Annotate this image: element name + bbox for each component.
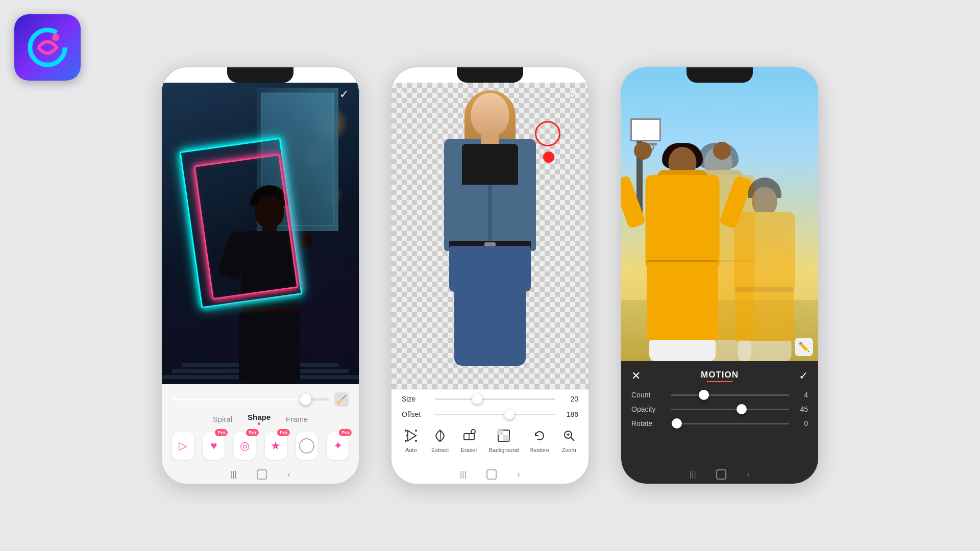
offset-thumb[interactable] <box>504 409 514 419</box>
we-shorts <box>449 246 531 292</box>
triangle-icon: ▷ <box>179 439 187 453</box>
yw-hoodie <box>646 175 720 267</box>
tab-shape[interactable]: Shape <box>248 413 271 425</box>
phone-2: ‹ ✓ Size <box>390 66 590 485</box>
size-slider-row[interactable]: Size 20 <box>391 390 589 405</box>
shape-triangle[interactable]: ▷ <box>172 432 194 460</box>
shape-circle-ring[interactable]: Pro ◎ <box>234 432 256 460</box>
eraser-circle-outline <box>535 121 560 146</box>
we-legs <box>454 289 526 366</box>
restore-label: Restore <box>529 447 549 453</box>
size-label: Size <box>402 395 430 403</box>
opacity-label: Opacity <box>631 405 665 413</box>
sparkle-icon: ✦ <box>333 439 342 453</box>
svg-line-15 <box>571 437 574 441</box>
rotate-slider-row[interactable]: Rotate 0 <box>621 416 818 431</box>
rotate-value: 0 <box>795 419 808 428</box>
size-slider[interactable] <box>435 398 555 400</box>
home-icon-2 <box>487 469 497 480</box>
phone2-check-button[interactable]: ✓ <box>569 88 578 101</box>
menu-icon: ||| <box>230 470 236 479</box>
motion-check-button[interactable]: ✓ <box>799 369 808 383</box>
shape-star[interactable]: Pro ★ <box>265 432 287 460</box>
background-icon <box>495 427 513 445</box>
tool-auto[interactable]: Auto <box>402 427 420 453</box>
phone2-notch <box>457 67 523 83</box>
phone2-home-bar: ||| ‹ <box>460 469 520 480</box>
yw-hand-left <box>634 142 652 160</box>
count-thumb[interactable] <box>699 390 709 400</box>
tool-eraser[interactable]: Eraser <box>460 427 478 453</box>
background-label: Background <box>489 447 519 453</box>
shape-circle-outline[interactable] <box>296 432 318 460</box>
tool-extract[interactable]: Extract <box>431 427 449 453</box>
tab-spiral[interactable]: Spiral <box>213 415 232 423</box>
tools-row: Auto Extract <box>391 420 589 456</box>
phone1-notch <box>227 67 293 83</box>
opacity-slider[interactable] <box>671 409 789 410</box>
motion-close-button[interactable]: ✕ <box>631 369 641 383</box>
opacity-slider-row[interactable]: Opacity 45 <box>621 402 818 416</box>
yw-pants <box>647 262 718 343</box>
auto-icon <box>402 427 420 445</box>
rotate-label: Rotate <box>631 419 665 428</box>
phone3-notch <box>687 67 753 83</box>
offset-slider[interactable] <box>435 414 555 415</box>
tab-frame[interactable]: Frame <box>286 415 308 423</box>
motion-underline <box>707 381 732 382</box>
yw-hand-right <box>713 142 731 160</box>
home-icon <box>257 469 267 480</box>
heart-icon: ♥ <box>210 439 217 453</box>
count-value: 4 <box>795 391 808 399</box>
svg-point-1 <box>52 34 59 41</box>
phone2-controls: Size 20 Offset 186 <box>391 389 589 484</box>
phone1-controls: 🧹 Spiral Shape Frame ▷ <box>162 384 359 484</box>
phone2-back-button[interactable]: ‹ <box>401 87 404 100</box>
circle-icon <box>299 438 314 454</box>
tool-restore[interactable]: Restore <box>529 427 549 453</box>
count-label: Count <box>631 391 665 399</box>
phone1-home-bar: ||| ‹ <box>230 469 290 480</box>
rotate-thumb[interactable] <box>672 418 682 429</box>
tool-background[interactable]: Background <box>489 427 519 453</box>
auto-label: Auto <box>405 447 417 453</box>
svg-point-7 <box>415 440 417 442</box>
offset-slider-row[interactable]: Offset 186 <box>391 405 589 420</box>
extract-icon <box>431 427 449 445</box>
yw-boots <box>649 340 716 361</box>
zoom-icon <box>560 427 578 445</box>
phone1-slider-row[interactable]: 🧹 <box>162 384 359 411</box>
phone1-check-button[interactable]: ✓ <box>339 88 349 101</box>
menu-icon-2: ||| <box>460 470 466 479</box>
restore-icon <box>530 427 549 445</box>
phone3-image: ✏️ <box>621 67 818 361</box>
motion-title: MOTION <box>701 370 739 380</box>
tool-zoom[interactable]: Zoom <box>560 427 578 453</box>
pro-badge-2: Pro <box>246 429 259 436</box>
zoom-label: Zoom <box>561 447 576 453</box>
phone1-tabs[interactable]: Spiral Shape Frame <box>162 411 359 427</box>
pro-badge-4: Pro <box>339 429 352 436</box>
svg-rect-13 <box>503 435 509 441</box>
phone1-eraser-icon[interactable]: 🧹 <box>334 392 349 407</box>
count-slider-row[interactable]: Count 4 <box>621 388 818 402</box>
phone1-slider-track[interactable] <box>172 398 329 400</box>
svg-marker-2 <box>408 431 416 441</box>
size-thumb[interactable] <box>472 394 482 404</box>
neon-rect-pink <box>193 154 298 299</box>
phone-1: ✓ <box>161 66 360 485</box>
star-icon: ★ <box>271 439 281 453</box>
shape-heart[interactable]: Pro ♥ <box>203 432 225 460</box>
ring-icon: ◎ <box>240 439 250 453</box>
svg-point-10 <box>471 430 475 434</box>
app-icon[interactable] <box>14 14 81 81</box>
shape-sparkle[interactable]: Pro ✦ <box>327 432 349 460</box>
motion-header: ✕ MOTION ✓ <box>621 361 818 388</box>
pencil-icon[interactable]: ✏️ <box>795 338 813 356</box>
back-icon-3: ‹ <box>747 470 750 479</box>
rotate-slider[interactable] <box>671 423 789 424</box>
opacity-thumb[interactable] <box>737 404 747 414</box>
back-icon-2: ‹ <box>518 470 520 479</box>
shapes-row: ▷ Pro ♥ Pro ◎ Pro ★ <box>162 427 359 465</box>
count-slider[interactable] <box>671 394 789 396</box>
